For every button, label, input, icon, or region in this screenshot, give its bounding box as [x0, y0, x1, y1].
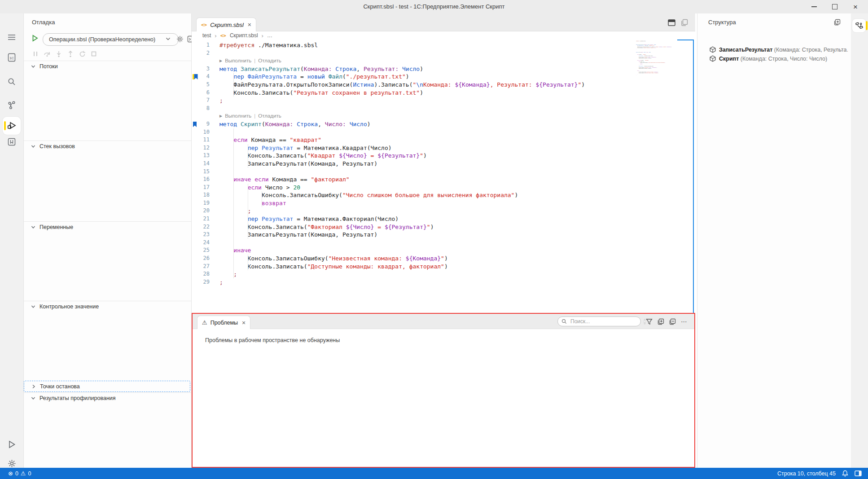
code-line-3[interactable]: 3метод ЗаписатьРезультат(Команда: Строка…: [192, 65, 695, 73]
bookmark-icon[interactable]: [193, 121, 198, 127]
code-line-17[interactable]: 17 если Число > 20: [192, 184, 695, 192]
codelens-run[interactable]: Выполнить: [225, 112, 251, 120]
launch-config-dropdown[interactable]: Операции.sbsl (ПроверкаНеопределено): [43, 33, 179, 46]
duplicate-editor-icon[interactable]: [681, 19, 688, 26]
line-number[interactable]: 5: [192, 81, 210, 89]
line-number[interactable]: 16: [192, 176, 210, 184]
line-number[interactable]: 18: [192, 191, 210, 199]
debug-section-4[interactable]: Контрольное значение: [24, 301, 191, 312]
minimize-button[interactable]: [807, 1, 821, 13]
line-number[interactable]: 26: [192, 255, 210, 263]
line-number[interactable]: 14: [192, 160, 210, 168]
sidebar-item-version-control[interactable]: [3, 97, 21, 114]
restart-button[interactable]: [79, 50, 86, 57]
code-line-28[interactable]: 28 ;: [192, 270, 695, 278]
code-line-4[interactable]: 4 пер ФайлРезультата = новый Файл("./рез…: [192, 73, 695, 81]
problems-search-box[interactable]: ×: [557, 316, 641, 326]
close-button[interactable]: ×: [848, 1, 863, 13]
debug-settings-gear-icon[interactable]: [176, 35, 184, 43]
line-number[interactable]: 6: [192, 89, 210, 97]
line-number[interactable]: 23: [192, 231, 210, 239]
notifications-bell-icon[interactable]: [842, 470, 848, 477]
codelens[interactable]: ▶Выполнить|Отладить: [192, 112, 695, 120]
code-line-8[interactable]: 8: [192, 105, 695, 113]
debug-section-2[interactable]: Стек вызовов: [24, 141, 191, 152]
code-line-6[interactable]: 6 Консоль.Записать("Результат сохранен в…: [192, 89, 695, 97]
line-number[interactable]: 27: [192, 263, 210, 271]
sidebar-item-search[interactable]: [3, 73, 21, 91]
sidebar-item-1c-explorer[interactable]: 1С: [3, 48, 21, 66]
codelens-debug[interactable]: Отладить: [258, 112, 281, 120]
code-line-12[interactable]: 12 пер Результат = Математика.Квадрат(Чи…: [192, 144, 695, 152]
code-line-1[interactable]: 1#требуется ./Математика.sbsl: [192, 41, 695, 49]
split-editor-icon[interactable]: [668, 19, 675, 26]
code-line-26[interactable]: 26 Консоль.ЗаписатьОшибку("Неизвестная к…: [192, 255, 695, 263]
code-line-22[interactable]: 22 Консоль.Записать("Факториал ${Число} …: [192, 223, 695, 231]
pause-button[interactable]: [32, 50, 39, 57]
code-line-11[interactable]: 11 если Команда == "квадрат": [192, 136, 695, 144]
structure-item-skript[interactable]: Скрипт (Команда: Строка, Число: Число): [710, 54, 848, 63]
code-line-24[interactable]: 24: [192, 239, 695, 247]
codelens[interactable]: ▶Выполнить|Отладить: [192, 57, 695, 65]
line-number[interactable]: 8: [192, 105, 210, 113]
code-line-23[interactable]: 23 ЗаписатьРезультат(Команда, Результат): [192, 231, 695, 239]
line-number[interactable]: 25: [192, 246, 210, 255]
search-input[interactable]: [570, 318, 641, 325]
line-number[interactable]: 1: [192, 41, 210, 49]
main-menu-button[interactable]: [3, 28, 21, 46]
problems-tab-close-icon[interactable]: ×: [241, 319, 245, 326]
code-line-19[interactable]: 19 возврат: [192, 199, 695, 207]
code-line-20[interactable]: 20 ;: [192, 207, 695, 215]
code-line-21[interactable]: 21 пер Результат = Математика.Факториал(…: [192, 215, 695, 223]
code-line-13[interactable]: 13 Консоль.Записать("Квадрат ${Число} = …: [192, 152, 695, 160]
filter-icon[interactable]: [646, 318, 653, 325]
debug-section-1[interactable]: Потоки: [24, 61, 191, 72]
collapse-all-icon[interactable]: [669, 318, 676, 325]
line-number[interactable]: 10: [192, 128, 210, 136]
line-number[interactable]: 13: [192, 152, 210, 160]
line-number[interactable]: 19: [192, 199, 210, 207]
tab-close-icon[interactable]: ×: [247, 21, 251, 28]
step-over-button[interactable]: [44, 50, 51, 57]
maximize-button[interactable]: [828, 1, 842, 13]
line-number[interactable]: 15: [192, 168, 210, 176]
code-line-7[interactable]: 7;: [192, 97, 695, 105]
breadcrumb-item-file[interactable]: Скрипт.sbsl: [230, 32, 258, 39]
line-number[interactable]: 24: [192, 239, 210, 247]
expand-all-icon[interactable]: [658, 318, 664, 325]
code-line-29[interactable]: 29;: [192, 278, 695, 286]
line-number[interactable]: 28: [192, 270, 210, 278]
line-number[interactable]: 11: [192, 136, 210, 144]
line-number[interactable]: 21: [192, 215, 210, 223]
code-line-15[interactable]: 15: [192, 168, 695, 176]
line-number[interactable]: 17: [192, 184, 210, 192]
line-number[interactable]: 29: [192, 278, 210, 286]
tab-script-sbsl[interactable]: <> Скрипт.sbsl ×: [196, 18, 256, 31]
sidebar-item-structure[interactable]: [852, 19, 866, 32]
sidebar-item-debug[interactable]: [3, 117, 21, 135]
code-line-2[interactable]: 2: [192, 49, 695, 57]
step-into-button[interactable]: [55, 50, 62, 57]
minimap[interactable]: #требуется ./Математика.sbslметод Записа…: [636, 40, 686, 99]
code-line-5[interactable]: 5 ФайлРезультата.ОткрытьПотокЗаписи(Исти…: [192, 81, 695, 89]
codelens-debug[interactable]: Отладить: [258, 57, 281, 65]
code-line-25[interactable]: 25 иначе: [192, 246, 695, 255]
code-line-14[interactable]: 14 ЗаписатьРезультат(Команда, Результат): [192, 160, 695, 168]
debug-section-3[interactable]: Переменные: [24, 221, 191, 233]
code-line-16[interactable]: 16 иначе если Команда == "факториал": [192, 176, 695, 184]
line-number[interactable]: 7: [192, 97, 210, 105]
tab-problems[interactable]: ⚠ Проблемы ×: [197, 316, 250, 329]
code-editor[interactable]: 1#требуется ./Математика.sbsl2 ▶Выполнит…: [192, 40, 695, 313]
more-actions-icon[interactable]: ⋯: [681, 318, 687, 325]
debug-section-5[interactable]: Точки останова: [24, 381, 190, 392]
codelens-run[interactable]: Выполнить: [225, 57, 251, 65]
line-number[interactable]: 2: [192, 49, 210, 57]
cursor-position[interactable]: Строка 10, столбец 45: [777, 470, 836, 477]
step-out-button[interactable]: [67, 50, 74, 57]
line-number[interactable]: 20: [192, 207, 210, 215]
debug-section-6[interactable]: Результаты профилирования: [24, 392, 191, 404]
line-number[interactable]: 3: [192, 65, 210, 73]
bookmark-icon[interactable]: [193, 74, 198, 80]
breadcrumb-item-symbol[interactable]: …: [267, 32, 272, 39]
code-line-18[interactable]: 18 Консоль.ЗаписатьОшибку("Число слишком…: [192, 191, 695, 199]
